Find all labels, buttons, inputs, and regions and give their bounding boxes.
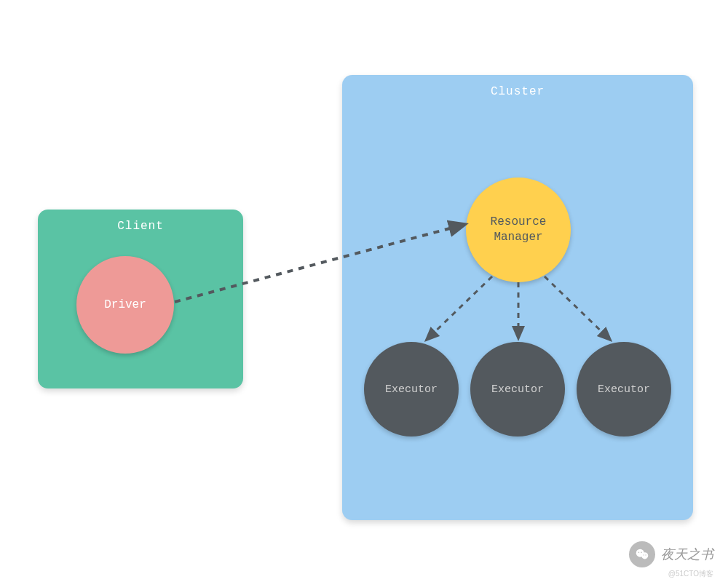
client-title: Client	[38, 210, 243, 233]
executor-node-1: Executor	[364, 342, 459, 436]
rm-label: Resource Manager	[491, 215, 547, 245]
cluster-title: Cluster	[342, 75, 693, 98]
watermark-text: 夜天之书	[661, 546, 713, 563]
watermark-sub: @51CTO博客	[668, 569, 713, 579]
watermark: 夜天之书	[629, 541, 713, 567]
svg-point-5	[645, 554, 646, 555]
executor-label-1: Executor	[385, 383, 438, 396]
cluster-panel: Cluster	[342, 75, 693, 520]
executor-label-2: Executor	[491, 383, 544, 396]
svg-point-4	[644, 554, 644, 555]
svg-point-2	[638, 551, 640, 553]
resource-manager-node: Resource Manager	[466, 178, 571, 282]
svg-point-1	[641, 552, 648, 559]
executor-node-2: Executor	[470, 342, 565, 436]
wechat-icon	[629, 541, 655, 567]
executor-node-3: Executor	[577, 342, 671, 436]
driver-label: Driver	[104, 298, 146, 311]
executor-label-3: Executor	[598, 383, 650, 396]
driver-node: Driver	[76, 256, 174, 354]
svg-point-3	[641, 551, 642, 553]
